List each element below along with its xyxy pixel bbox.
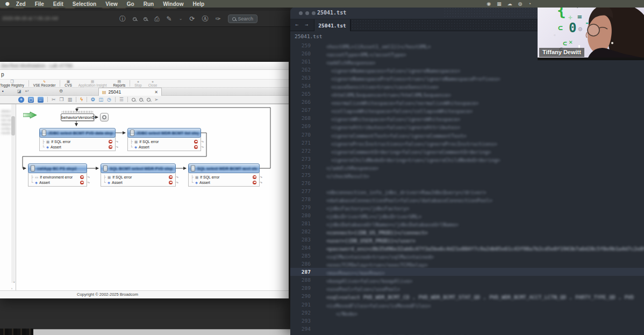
code-line[interactable]: 270<ignoreCommentText>false</ignoreComme… <box>290 131 644 139</box>
cloud-icon[interactable]: ☁ <box>507 1 512 6</box>
share-icon[interactable]: ⎙ <box>154 16 160 22</box>
apple-menu-icon[interactable]: ⬤ <box>5 2 10 6</box>
zoom-select-button[interactable]: ➢ <box>154 97 159 103</box>
window-zoom-icon[interactable] <box>312 11 316 15</box>
abort-icon[interactable] <box>80 175 84 179</box>
toggle-registry-button[interactable]: ❒Toggle Registry <box>0 80 27 87</box>
tree-node[interactable]: 25041 BCMT <box>1 110 12 113</box>
menu-go[interactable]: Go <box>127 1 134 7</box>
code-editor-area[interactable]: 259<hostXML>{{Asset1_xml1}}</hostXML>260… <box>290 41 644 335</box>
abort-icon[interactable] <box>194 145 198 149</box>
chart-button[interactable]: ◫ <box>98 97 103 103</box>
record-icon[interactable]: ◍ <box>518 1 523 6</box>
code-line[interactable]: 278<databaseConnectionPool>false</databa… <box>290 195 644 203</box>
annotate-icon[interactable]: Ⓐ <box>202 16 208 22</box>
input-source-icon[interactable]: ▦ <box>497 1 502 6</box>
step-bar[interactable]: callApp BC PS step2 <box>28 163 87 173</box>
code-line[interactable]: 286<execTCPDelay>true</execTCPDelay> <box>290 260 644 268</box>
workflow-step-node[interactable]: JDBC select BCMT PVD data step3├▦If SQL … <box>39 128 116 151</box>
workflow-step-node[interactable]: JDBC select WDR BCMT list step├▦If SQL e… <box>127 128 201 151</box>
code-line[interactable]: 280<jdbcDriverURL></jdbcDriverURL> <box>290 211 644 219</box>
model-settings-button[interactable]: ❂ <box>91 97 95 103</box>
run-button[interactable]: ϟ <box>80 97 83 103</box>
nav-back-icon[interactable]: ← <box>295 22 298 27</box>
search-icon[interactable] <box>232 17 236 21</box>
list-view-button[interactable]: ☰ <box>119 97 124 103</box>
editor-tab-25041[interactable]: 25041.tst <box>314 19 350 31</box>
code-line[interactable]: 267<collapseWhitespace>false</collapseWh… <box>290 106 644 114</box>
assertion-row[interactable]: ├▦If SQL error↷ <box>190 174 258 180</box>
assertion-row[interactable]: └◈Assert↷ <box>190 180 258 185</box>
assertion-row[interactable]: └◈Assert↷ <box>129 144 199 149</box>
abort-icon[interactable] <box>169 181 173 184</box>
devtest-titlebar[interactable]: DevTest Workstation - Lab 47756 <box>0 62 289 70</box>
code-line[interactable]: 294 <box>290 325 644 333</box>
step-bar[interactable]: JDBC select WDR BCMT list step <box>127 128 201 138</box>
menu-run[interactable]: Run <box>144 1 154 7</box>
markup-pencil-icon[interactable]: ✎ <box>167 16 172 22</box>
window-close-icon[interactable] <box>299 11 303 15</box>
copy-button[interactable]: ❐ <box>60 97 64 103</box>
code-line[interactable]: 263<ignoreNamespacePrefixes>true</ignore… <box>290 74 644 82</box>
scroll-down-icon[interactable]: ˅ <box>13 281 15 284</box>
project-tree-panel[interactable]: ˄ 25041 BCMTbehaviorstest stepsdatasetsc… <box>0 104 16 290</box>
window-minimize-icon[interactable] <box>305 11 309 15</box>
assertion-row[interactable]: └◈Assert↷ <box>41 144 114 149</box>
code-line[interactable]: 271<ignoreProcInstructions>false</ignore… <box>290 139 644 147</box>
export-icon[interactable]: ◪ <box>17 89 22 94</box>
code-line[interactable]: 265<htmlXMLSequence>true</htmlXMLSequenc… <box>290 90 644 98</box>
settings-icon[interactable]: ⚙ <box>59 89 63 94</box>
current-code-line[interactable]: 287<maxRows></maxRows> <box>290 268 644 276</box>
tree-scrollbar[interactable] <box>11 104 15 283</box>
step-bar[interactable]: SQL BCMT select WDR PVD step <box>101 163 176 173</box>
delete-step-button[interactable]: ▢ <box>28 97 34 103</box>
code-line[interactable]: 275</checkResult> <box>290 171 644 179</box>
code-line[interactable]: 295<Node name="VSE_BCMT_WDR_ACCT_StepD_V… <box>290 333 644 335</box>
code-line[interactable]: 273<ignoreChildNodeOrdering>true</ignore… <box>290 155 644 163</box>
code-line[interactable]: 290<sql>select PVD_WDR_BCMT_CD , PVD_WDR… <box>290 292 644 300</box>
shape-icon[interactable]: ◔ <box>528 1 531 6</box>
zoom-in-button[interactable]: + <box>139 98 143 102</box>
devtest-tab-25041[interactable]: ▤ 25041 ✕ <box>98 88 162 96</box>
code-line[interactable]: 269<ignoreAttributes>false</ignoreAttrib… <box>290 122 644 130</box>
devtest-menu-help-partial[interactable]: p <box>1 72 4 77</box>
zoom-out-button[interactable]: − <box>147 98 151 102</box>
expand-panel-icon[interactable]: › <box>11 287 12 290</box>
code-line[interactable]: 285<sqlMaintained>true</sqlMaintained> <box>290 252 644 260</box>
assertion-row[interactable]: └◈Assert↷ <box>102 180 174 185</box>
code-line[interactable]: 283<user>{{DB_USER_PROD}}</user> <box>290 236 644 244</box>
tree-node[interactable]: datasets <box>1 123 12 126</box>
code-line[interactable]: 268<ignoreWhitespace>false</ignoreWhites… <box>290 114 644 122</box>
menu-help[interactable]: Help <box>192 1 204 7</box>
zoom-out-icon[interactable]: − <box>133 17 137 21</box>
step-bar[interactable]: SQL select WDR BCMT acct step <box>188 163 260 173</box>
back-button[interactable]: ← <box>38 97 44 103</box>
tree-node[interactable]: behaviors <box>1 114 12 117</box>
menu-window[interactable]: Window <box>163 1 183 7</box>
menu-zed[interactable]: Zed <box>16 1 26 7</box>
abort-icon[interactable] <box>80 181 84 184</box>
tree-node[interactable]: results <box>1 131 12 134</box>
cut-button[interactable]: ✂ <box>52 97 56 103</box>
history-button[interactable]: ◷ <box>107 97 111 103</box>
code-line[interactable]: 292</Node> <box>290 309 644 317</box>
code-line[interactable]: 284<password_enc>c0b35d96e32ab6c47f3a5be… <box>290 244 644 252</box>
tree-scroll-thumb[interactable] <box>11 116 15 136</box>
search-field[interactable]: Search <box>228 15 258 23</box>
code-line[interactable]: 272<ignoreCommentOrdering>false</ignoreC… <box>290 147 644 155</box>
code-line[interactable]: 282<connect>{{DB_US_PROD}}</connect> <box>290 227 644 236</box>
code-line[interactable]: 264<caseSensitive>true</caseSensitive> <box>290 82 644 90</box>
assertion-row[interactable]: ├▭If environment error↷ <box>30 174 85 180</box>
tab-close-icon[interactable]: ✕ <box>154 90 158 95</box>
code-line[interactable]: 288<keepAlive>false</keepAlive> <box>290 276 644 284</box>
vse-recorder-button[interactable]: ϟVSE Recorder <box>30 80 59 87</box>
code-line[interactable]: 277<dbconnection_info_jdbc_driver>RawJdb… <box>290 187 644 195</box>
abort-icon[interactable] <box>169 175 173 179</box>
paste-button[interactable]: ▥ <box>68 97 73 103</box>
abort-icon[interactable] <box>253 181 256 184</box>
abort-icon[interactable] <box>194 140 198 144</box>
assertion-row[interactable]: └◈Assert↷ <box>30 180 85 185</box>
devtest-menubar[interactable]: p <box>0 70 289 79</box>
workflow-step-node[interactable]: SQL select WDR BCMT acct step├▦If SQL er… <box>188 163 260 187</box>
workflow-step-node[interactable]: callApp BC PS step2├▭If environment erro… <box>28 163 87 187</box>
